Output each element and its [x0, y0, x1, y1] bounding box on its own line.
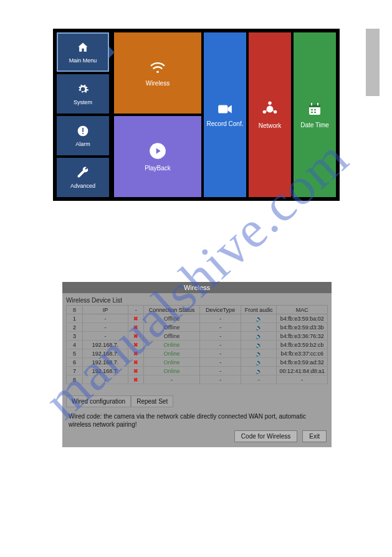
- cell-n: 3: [67, 332, 83, 341]
- sidebar-item-label: Main Menu: [69, 57, 97, 64]
- cell-mac: b4:fb:e3:36:76:32: [277, 332, 328, 341]
- col-status[interactable]: Connection Status: [144, 306, 200, 314]
- cell-delete[interactable]: ✖: [128, 358, 144, 367]
- network-icon: [262, 101, 278, 117]
- sidebar-item-label: Alarm: [75, 141, 90, 147]
- table-row[interactable]: 3-✖Offline-🔈b4:fb:e3:36:76:32: [67, 332, 328, 341]
- table-row[interactable]: 4192.168.7.✖Online-🔈b4:fb:e3:59:b2:cb: [67, 341, 328, 349]
- cell-audio: 🔈: [241, 358, 277, 367]
- table-row[interactable]: 2-✖Offline-🔈b4:fb:e3:59:d3:3b: [67, 323, 328, 332]
- svg-rect-17: [314, 112, 316, 113]
- tab-wired-configuration[interactable]: Wired configuration: [66, 395, 131, 407]
- cell-audio: 🔈: [241, 341, 277, 349]
- main-menu-panel: Main Menu System Alarm Advanced: [53, 29, 340, 201]
- chevron-right-icon: [109, 47, 115, 58]
- code-for-wireless-button[interactable]: Code for Wireless: [234, 430, 297, 442]
- cell-delete[interactable]: ✖: [128, 349, 144, 358]
- speaker-icon: 🔈: [256, 359, 262, 366]
- panel-title: Wireless: [62, 282, 332, 293]
- cell-delete[interactable]: ✖: [128, 341, 144, 349]
- cell-n: 7: [67, 367, 83, 375]
- exit-button[interactable]: Exit: [302, 430, 327, 442]
- svg-rect-5: [218, 105, 227, 113]
- cell-status: Online: [144, 341, 200, 349]
- svg-point-8: [274, 110, 277, 113]
- cell-audio: 🔈: [241, 314, 277, 323]
- delete-x-icon: ✖: [133, 359, 138, 366]
- alert-icon: [77, 125, 89, 137]
- table-row[interactable]: 5192.168.7.✖Online-🔈b4:fb:e3:37:cc:c6: [67, 349, 328, 358]
- sidebar-item-system[interactable]: System: [57, 74, 109, 114]
- speaker-icon: 🔈: [256, 368, 262, 374]
- sidebar: Main Menu System Alarm Advanced: [53, 29, 112, 201]
- sidebar-item-label: Advanced: [70, 183, 95, 189]
- svg-rect-15: [314, 109, 316, 110]
- cell-delete[interactable]: ✖: [128, 332, 144, 341]
- tile-playback[interactable]: PlayBack: [114, 116, 201, 197]
- tile-record-conf[interactable]: Record Conf.: [204, 32, 246, 197]
- cell-ip: 192.168.7.: [82, 341, 128, 349]
- cell-type: -: [199, 358, 241, 367]
- table-row[interactable]: 6192.168.7.✖Online-🔈b4:fb:e3:59:ad:32: [67, 358, 328, 367]
- table-row[interactable]: 1-✖Offline-🔈b4:fb:e3:59:ba:02: [67, 314, 328, 323]
- tile-datetime[interactable]: Date Time: [294, 32, 336, 197]
- cell-n: 8: [67, 375, 83, 384]
- calendar-icon: [307, 102, 322, 117]
- cell-delete[interactable]: ✖: [128, 375, 144, 384]
- tile-label: Date Time: [300, 122, 329, 128]
- svg-point-9: [263, 110, 266, 113]
- col-type[interactable]: DeviceType: [199, 306, 241, 314]
- wireless-panel: Wireless Wireless Device List 8 IP - Con…: [62, 282, 332, 447]
- tab-repeat-set[interactable]: Repeat Set: [131, 395, 173, 407]
- speaker-icon: 🔈: [256, 333, 262, 339]
- delete-x-icon: ✖: [133, 324, 138, 331]
- sidebar-item-advanced[interactable]: Advanced: [57, 158, 109, 197]
- button-row: Code for Wireless Exit: [234, 430, 327, 442]
- speaker-icon: 🔈: [256, 342, 262, 348]
- info-text: Wired code: the camera via the network c…: [69, 412, 325, 429]
- svg-rect-12: [311, 103, 312, 105]
- cell-audio: 🔈: [241, 332, 277, 341]
- cell-type: -: [199, 341, 241, 349]
- cell-type: -: [199, 332, 241, 341]
- speaker-icon: 🔈: [256, 324, 262, 331]
- cell-ip: 192.168.7.: [82, 349, 128, 358]
- cell-mac: b4:fb:e3:59:b2:cb: [277, 341, 328, 349]
- config-tabs: Wired configuration Repeat Set: [66, 395, 328, 407]
- col-del[interactable]: -: [128, 306, 144, 314]
- cell-status: Offline: [144, 314, 200, 323]
- speaker-icon: 🔈: [256, 351, 262, 357]
- cell-audio: 🔈: [241, 367, 277, 375]
- svg-rect-1: [82, 128, 84, 132]
- play-icon: [149, 142, 166, 160]
- cell-mac: b4:fb:e3:37:cc:c6: [277, 349, 328, 358]
- svg-point-3: [156, 70, 159, 73]
- col-count[interactable]: 8: [67, 306, 83, 314]
- cell-delete[interactable]: ✖: [128, 314, 144, 323]
- table-row[interactable]: 7192.168.7.✖Online-🔈00:12:41:84:d8:a1: [67, 367, 328, 375]
- sidebar-item-alarm[interactable]: Alarm: [57, 116, 109, 155]
- col-ip[interactable]: IP: [82, 306, 128, 314]
- wrench-icon: [77, 167, 89, 179]
- cell-type: -: [199, 323, 241, 332]
- home-icon: [76, 41, 90, 54]
- cell-delete[interactable]: ✖: [128, 323, 144, 332]
- col-mac[interactable]: MAC: [277, 306, 328, 314]
- cell-type: -: [199, 375, 241, 384]
- cell-delete[interactable]: ✖: [128, 367, 144, 375]
- delete-x-icon: ✖: [133, 377, 138, 383]
- svg-rect-2: [82, 133, 84, 134]
- tile-wireless[interactable]: Wireless: [114, 32, 201, 114]
- cell-status: Online: [144, 349, 200, 358]
- delete-x-icon: ✖: [133, 333, 138, 339]
- cell-audio: 🔈: [241, 349, 277, 358]
- tile-label: Network: [259, 122, 282, 129]
- tile-network[interactable]: Network: [249, 32, 291, 197]
- cell-ip: -: [82, 375, 128, 384]
- cell-status: -: [144, 375, 200, 384]
- table-row[interactable]: 8-✖----: [67, 375, 328, 384]
- sidebar-item-main-menu[interactable]: Main Menu: [57, 32, 109, 72]
- cell-ip: 192.168.7.: [82, 367, 128, 375]
- cell-n: 5: [67, 349, 83, 358]
- col-audio[interactable]: Front audic: [241, 306, 277, 314]
